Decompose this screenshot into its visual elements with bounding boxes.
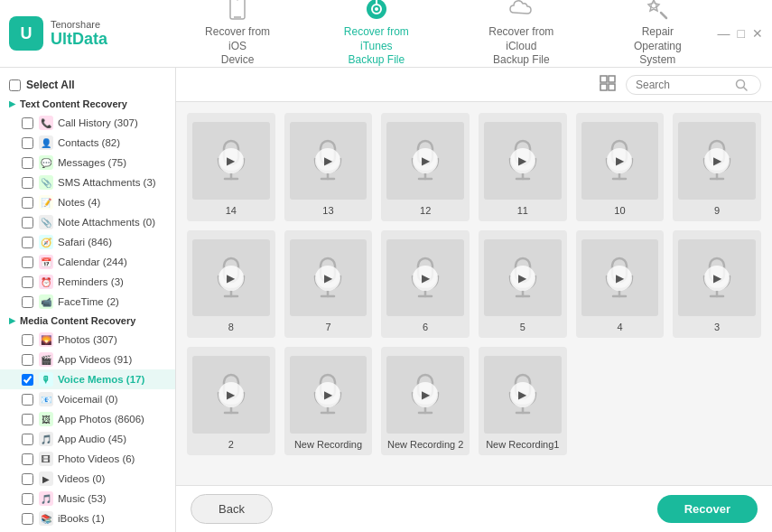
group-media-content[interactable]: ▶ Media Content Recovery [0, 312, 175, 330]
recording-item[interactable]: ▶ 10 [576, 113, 665, 221]
tab-itunes[interactable]: Recover from iTunesBackup File [317, 0, 435, 78]
tab-ios[interactable]: Recover from iOSDevice [185, 0, 290, 78]
play-button[interactable]: ▶ [219, 148, 244, 173]
play-button[interactable]: ▶ [413, 148, 438, 173]
sidebar-item-voice-memos[interactable]: 🎙 Voice Memos (17) [0, 369, 175, 389]
cb-notes[interactable] [22, 197, 33, 209]
recording-item[interactable]: ▶ 2 [187, 347, 275, 455]
cb-contacts[interactable] [22, 137, 33, 149]
recording-item[interactable]: ▶ 4 [576, 230, 665, 339]
notes-label: Notes (4) [58, 197, 100, 208]
sidebar-item-voicemail[interactable]: 📧 Voicemail (0) [0, 389, 175, 409]
app-videos-icon: 🎬 [39, 352, 53, 367]
play-button[interactable]: ▶ [219, 266, 244, 291]
sidebar-item-contacts[interactable]: 👤 Contacts (82) [0, 133, 175, 153]
sidebar-item-app-audio[interactable]: 🎵 App Audio (45) [0, 429, 175, 449]
search-input[interactable] [636, 79, 735, 91]
messages-icon: 💬 [39, 155, 53, 170]
recording-item[interactable]: ▶ 12 [381, 113, 470, 221]
sidebar-item-reminders[interactable]: ⏰ Reminders (3) [0, 272, 175, 292]
play-button[interactable]: ▶ [510, 382, 535, 407]
cb-photos[interactable] [22, 334, 33, 346]
close-button[interactable]: ✕ [752, 26, 763, 41]
app-videos-label: App Videos (91) [58, 354, 132, 365]
recording-item[interactable]: ▶ 8 [187, 230, 275, 339]
select-all[interactable]: Select All [0, 75, 175, 95]
sidebar-item-videos[interactable]: ▶ Videos (0) [0, 469, 175, 489]
sidebar-item-safari[interactable]: 🧭 Safari (846) [0, 232, 175, 252]
sidebar-item-notes[interactable]: 📝 Notes (4) [0, 192, 175, 212]
sidebar-item-messages[interactable]: 💬 Messages (75) [0, 153, 175, 173]
grid-view-button[interactable] [599, 74, 617, 95]
play-button[interactable]: ▶ [510, 148, 535, 173]
cb-app-videos[interactable] [22, 354, 33, 366]
restore-button[interactable]: □ [738, 26, 745, 41]
recover-button[interactable]: Recover [657, 495, 758, 523]
minimize-button[interactable]: — [718, 26, 730, 41]
play-button[interactable]: ▶ [704, 266, 730, 291]
sidebar-item-call-history[interactable]: 📞 Call History (307) [0, 113, 175, 133]
safari-icon: 🧭 [39, 235, 53, 249]
recording-item[interactable]: ▶ 7 [284, 230, 373, 339]
recording-label: 13 [322, 205, 333, 216]
group-text-content[interactable]: ▶ Text Content Recovery [0, 95, 175, 113]
cb-sms-attachments[interactable] [22, 177, 33, 189]
play-button[interactable]: ▶ [315, 148, 340, 173]
recording-item[interactable]: ▶ 9 [673, 113, 761, 221]
cb-ibooks[interactable] [22, 513, 33, 525]
recording-item[interactable]: ▶ 3 [673, 230, 761, 339]
sidebar-item-photos[interactable]: 🌄 Photos (307) [0, 330, 175, 350]
sidebar-item-note-attachments[interactable]: 📎 Note Attachments (0) [0, 212, 175, 232]
sidebar-item-calendar[interactable]: 📅 Calendar (244) [0, 252, 175, 272]
cb-videos[interactable] [22, 473, 33, 485]
recording-item[interactable]: ▶ 13 [284, 113, 373, 221]
window-controls: — □ ✕ [718, 26, 763, 41]
recording-item[interactable]: ▶ 11 [479, 113, 567, 221]
cb-voicemail[interactable] [22, 394, 33, 406]
cb-app-audio[interactable] [22, 434, 33, 445]
cb-safari[interactable] [22, 237, 33, 248]
recording-item[interactable]: ▶ New Recording 2 [381, 347, 470, 455]
sidebar-item-app-videos[interactable]: 🎬 App Videos (91) [0, 350, 175, 369]
tab-repair[interactable]: Repair OperatingSystem [607, 0, 708, 78]
recording-item[interactable]: ▶ 14 [187, 113, 275, 221]
recording-item[interactable]: ▶ New Recording1 [479, 347, 567, 455]
sidebar-item-ibooks[interactable]: 📚 iBooks (1) [0, 509, 175, 528]
cb-photo-videos[interactable] [22, 453, 33, 465]
recording-item[interactable]: ▶ New Recording [284, 347, 373, 455]
cb-facetime[interactable] [22, 296, 33, 308]
play-button[interactable]: ▶ [607, 148, 632, 173]
play-button[interactable]: ▶ [315, 266, 340, 291]
sidebar-item-music[interactable]: 🎵 Music (53) [0, 489, 175, 509]
recording-item[interactable]: ▶ 5 [479, 230, 567, 339]
play-button[interactable]: ▶ [219, 382, 244, 407]
recording-item[interactable]: ▶ 6 [381, 230, 470, 339]
sidebar-item-sms-attachments[interactable]: 📎 SMS Attachments (3) [0, 173, 175, 192]
cb-voice-memos[interactable] [22, 374, 33, 386]
play-button[interactable]: ▶ [510, 266, 535, 291]
recordings-grid-scroll: ▶ 14 ▶ 13 [176, 102, 772, 485]
cb-music[interactable] [22, 493, 33, 505]
play-button[interactable]: ▶ [607, 266, 632, 291]
play-button[interactable]: ▶ [413, 382, 438, 407]
play-button[interactable]: ▶ [704, 148, 730, 173]
play-button[interactable]: ▶ [315, 382, 340, 407]
cb-reminders[interactable] [22, 276, 33, 288]
play-button[interactable]: ▶ [413, 266, 438, 291]
tab-icloud[interactable]: Recover from iCloudBackup File [462, 0, 580, 78]
sidebar-item-facetime[interactable]: 📹 FaceTime (2) [0, 292, 175, 312]
cb-calendar[interactable] [22, 257, 33, 268]
sidebar-item-photo-videos[interactable]: 🎞 Photo Videos (6) [0, 449, 175, 469]
logo-area: U Tenorshare UltData [9, 16, 185, 51]
cb-note-attachments[interactable] [22, 217, 33, 229]
select-all-checkbox[interactable] [9, 79, 21, 91]
svg-rect-9 [600, 76, 607, 82]
calendar-icon: 📅 [39, 255, 53, 269]
cb-app-photos[interactable] [22, 414, 33, 425]
voicemail-label: Voicemail (0) [58, 394, 117, 405]
group-app-data[interactable]: ▶ App Data Recovery [0, 528, 175, 532]
sidebar-item-app-photos[interactable]: 🖼 App Photos (8606) [0, 409, 175, 429]
back-button[interactable]: Back [191, 494, 273, 524]
cb-call-history[interactable] [22, 117, 33, 129]
cb-messages[interactable] [22, 157, 33, 169]
